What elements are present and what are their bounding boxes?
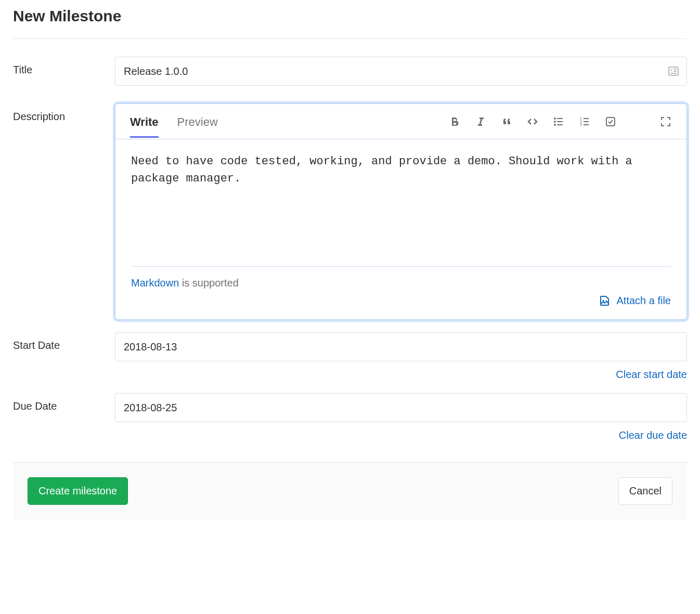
start-date-label: Start Date [13,332,115,351]
code-icon[interactable] [526,115,539,128]
tab-preview[interactable]: Preview [177,106,218,137]
due-date-label: Due Date [13,393,115,412]
start-date-input[interactable] [115,332,687,361]
attach-file-link[interactable]: Attach a file [131,294,671,307]
svg-point-1 [671,70,672,71]
create-milestone-button[interactable]: Create milestone [28,477,128,505]
bold-icon[interactable] [448,115,461,128]
task-list-icon[interactable] [604,115,617,128]
italic-icon[interactable] [474,115,487,128]
clear-due-date-link[interactable]: Clear due date [619,429,687,441]
title-label: Title [13,57,115,76]
header-divider [13,38,687,39]
tab-write[interactable]: Write [130,106,159,137]
quote-icon[interactable] [500,115,513,128]
markdown-suffix: is supported [179,277,239,289]
markdown-link[interactable]: Markdown [131,277,179,289]
attach-file-label: Attach a file [616,295,671,307]
svg-rect-17 [606,117,615,126]
fullscreen-icon[interactable] [659,115,672,128]
svg-point-8 [554,118,555,119]
cancel-button[interactable]: Cancel [618,477,672,505]
action-bar: Create milestone Cancel [13,462,687,519]
description-label: Description [13,103,115,123]
image-icon [599,294,611,307]
title-input[interactable] [115,57,687,86]
page-title: New Milestone [13,7,687,25]
svg-point-10 [554,124,555,125]
template-icon[interactable] [667,65,680,77]
bullet-list-icon[interactable] [552,115,565,128]
editor-toolbar: 123 [448,115,672,128]
clear-start-date-link[interactable]: Clear start date [616,369,687,381]
description-editor: Write Preview [115,103,687,320]
svg-text:3: 3 [580,123,582,126]
due-date-input[interactable] [115,393,687,422]
markdown-supported-text: Markdown is supported [131,277,671,289]
svg-point-9 [554,121,555,122]
numbered-list-icon[interactable]: 123 [578,115,591,128]
description-textarea[interactable] [115,139,686,264]
